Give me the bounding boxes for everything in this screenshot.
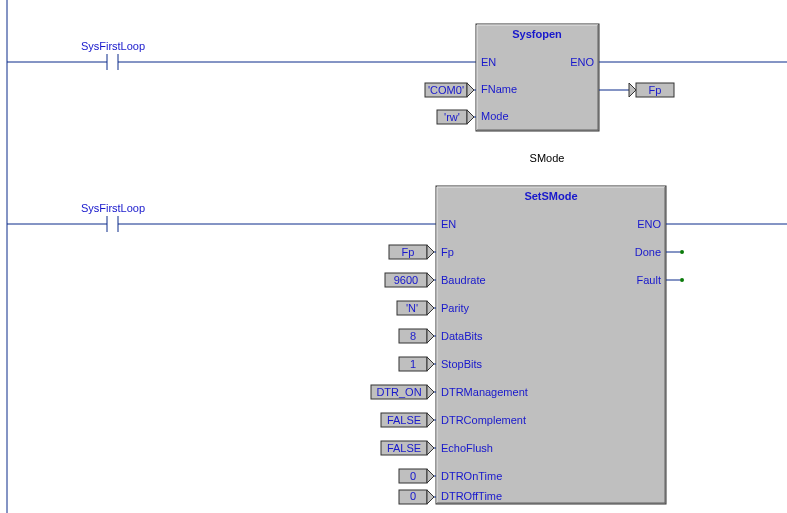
svg-text:'COM0': 'COM0': [428, 84, 464, 96]
literal-stopbits: 1: [399, 357, 436, 371]
svg-text:9600: 9600: [394, 274, 418, 286]
rung-1: SysFirstLoop Sysfopen EN FName Mode ENO …: [7, 24, 787, 131]
svg-text:'rw': 'rw': [444, 111, 460, 123]
done-stub: [680, 250, 684, 254]
svg-text:ENO: ENO: [637, 218, 661, 230]
fault-stub: [680, 278, 684, 282]
literal-databits: 8: [399, 329, 436, 343]
literal-parity: 'N': [397, 301, 436, 315]
svg-text:DTR_ON: DTR_ON: [376, 386, 421, 398]
svg-text:FALSE: FALSE: [387, 414, 421, 426]
svg-text:Fp: Fp: [441, 246, 454, 258]
pin-en: EN: [481, 56, 496, 68]
svg-text:DTRComplement: DTRComplement: [441, 414, 526, 426]
svg-text:Fp: Fp: [649, 84, 662, 96]
svg-text:FALSE: FALSE: [387, 442, 421, 454]
contact-label: SysFirstLoop: [81, 40, 145, 52]
svg-text:DataBits: DataBits: [441, 330, 483, 342]
literal-com0: 'COM0': [425, 83, 476, 97]
svg-text:Fp: Fp: [402, 246, 415, 258]
svg-marker-51: [427, 273, 434, 287]
svg-text:1: 1: [410, 358, 416, 370]
svg-text:DTRManagement: DTRManagement: [441, 386, 528, 398]
svg-marker-12: [467, 110, 474, 124]
pin-eno: ENO: [570, 56, 594, 68]
svg-text:Done: Done: [635, 246, 661, 258]
svg-marker-17: [629, 83, 636, 97]
pin-fname: FName: [481, 83, 517, 95]
svg-marker-83: [427, 490, 434, 504]
svg-text:Parity: Parity: [441, 302, 470, 314]
svg-text:8: 8: [410, 330, 416, 342]
fb-sysfopen: Sysfopen EN FName Mode ENO: [476, 24, 599, 131]
svg-marker-55: [427, 301, 434, 315]
svg-text:0: 0: [410, 490, 416, 502]
literal-dtron-time: 0: [399, 469, 436, 483]
svg-text:0: 0: [410, 470, 416, 482]
svg-rect-24: [436, 186, 666, 504]
svg-text:Baudrate: Baudrate: [441, 274, 486, 286]
literal-dtroff-time: 0: [399, 490, 436, 504]
literal-dtrcomp: FALSE: [381, 413, 436, 427]
svg-text:EN: EN: [441, 218, 456, 230]
svg-marker-63: [427, 357, 434, 371]
var-fp-in: Fp: [389, 245, 436, 259]
rung-2: SMode SysFirstLoop SetSMode EN Fp Baudra…: [7, 152, 787, 504]
ladder-diagram: SysFirstLoop Sysfopen EN FName Mode ENO …: [0, 0, 787, 513]
rung-comment: SMode: [530, 152, 565, 164]
literal-rw: 'rw': [437, 110, 476, 124]
fb-title: Sysfopen: [512, 28, 562, 40]
svg-marker-79: [427, 469, 434, 483]
svg-text:DTROffTime: DTROffTime: [441, 490, 502, 502]
svg-marker-71: [427, 413, 434, 427]
var-dtron: DTR_ON: [371, 385, 436, 399]
svg-text:StopBits: StopBits: [441, 358, 482, 370]
literal-baud: 9600: [385, 273, 436, 287]
svg-text:'N': 'N': [406, 302, 418, 314]
svg-text:Fault: Fault: [637, 274, 661, 286]
svg-text:EchoFlush: EchoFlush: [441, 442, 493, 454]
fb-title-2: SetSMode: [524, 190, 577, 202]
var-fp-out: Fp: [599, 83, 674, 97]
svg-marker-75: [427, 441, 434, 455]
literal-echo: FALSE: [381, 441, 436, 455]
svg-marker-67: [427, 385, 434, 399]
fb-setsmode: SetSMode EN Fp Baudrate Parity DataBits …: [436, 186, 666, 504]
svg-marker-47: [427, 245, 434, 259]
contact-label-2: SysFirstLoop: [81, 202, 145, 214]
pin-mode: Mode: [481, 110, 509, 122]
svg-text:DTROnTime: DTROnTime: [441, 470, 502, 482]
svg-marker-8: [467, 83, 474, 97]
svg-marker-59: [427, 329, 434, 343]
